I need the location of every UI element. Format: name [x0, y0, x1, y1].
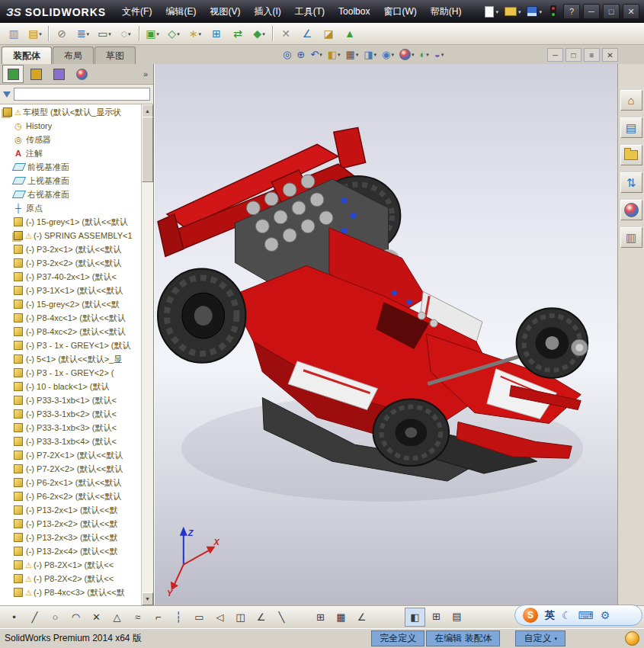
- featuremanager-tree-tab[interactable]: [2, 65, 24, 83]
- filter-input[interactable]: [14, 88, 150, 101]
- trim-button[interactable]: ✕: [87, 608, 106, 626]
- tab-assembly[interactable]: 装配体: [2, 47, 52, 65]
- file-properties-button[interactable]: ▤▾: [24, 24, 46, 43]
- pattern-button[interactable]: ▦: [332, 608, 351, 626]
- apply-scene-button[interactable]: ◐▾: [417, 47, 431, 63]
- insert-component-button[interactable]: ▣▾: [142, 24, 163, 43]
- close-button[interactable]: ✕: [623, 4, 639, 19]
- tree-item[interactable]: 上视基准面: [0, 174, 142, 188]
- view-orientation-button[interactable]: ▦▾: [343, 47, 360, 63]
- menu-edit[interactable]: 编辑(E): [159, 0, 203, 23]
- appearances-button[interactable]: [620, 200, 642, 220]
- tree-item[interactable]: 前视基准面: [0, 160, 142, 174]
- status-custom[interactable]: 自定义▾: [515, 630, 566, 646]
- attachment-button[interactable]: ⊘: [51, 24, 72, 43]
- mate-button[interactable]: ◇▾: [163, 24, 184, 43]
- section-properties-button[interactable]: ◪: [318, 24, 339, 43]
- tab-sketch[interactable]: 草图: [95, 47, 136, 65]
- fill1et-button[interactable]: ⌐: [149, 608, 168, 626]
- edit-appearance-button[interactable]: ▾: [397, 47, 417, 63]
- maximize-button[interactable]: □: [603, 4, 620, 19]
- tree-item[interactable]: (-) P3-2x<2> (默认<<默认: [0, 256, 142, 270]
- propertymanager-tab[interactable]: [25, 65, 46, 83]
- zoom-fit-button[interactable]: ◎: [280, 47, 293, 63]
- mirror-button[interactable]: ◁: [210, 608, 229, 626]
- solidworks-resources-button[interactable]: ⌂: [620, 90, 642, 111]
- status-editing[interactable]: 在编辑 装配体: [426, 630, 500, 646]
- tree-item[interactable]: (-) P13-2x<3> (默认<<默: [0, 531, 142, 544]
- tree-item[interactable]: (-) P33-3-1xb<3> (默认<: [0, 421, 142, 435]
- tree-item[interactable]: (-) P3-2x<1> (默认<<默认: [0, 242, 142, 256]
- tree-item[interactable]: (-) P13-2x<4> (默认<<默: [0, 544, 142, 558]
- point-button[interactable]: •: [5, 608, 24, 626]
- tree-item[interactable]: (-) 15-grey<1> (默认<<默认: [0, 215, 142, 229]
- tree-item[interactable]: ⚠车模型 (默认<默认_显示状: [0, 105, 142, 119]
- circle-button[interactable]: ○: [46, 608, 65, 626]
- line-button[interactable]: ╱: [25, 608, 44, 626]
- tree-item[interactable]: A注解: [0, 146, 142, 160]
- tree-item[interactable]: ⚠(-) P8-4xc<3> (默认<<默: [0, 585, 142, 599]
- tree-item[interactable]: (-) P7-2X<2> (默认<<默认: [0, 462, 142, 476]
- tree-item[interactable]: (-) P7-2X<1> (默认<<默认: [0, 448, 142, 462]
- panel-tabs-overflow[interactable]: »: [143, 69, 151, 79]
- interference-check-button[interactable]: ✕: [275, 24, 296, 43]
- menu-view[interactable]: 视图(V): [203, 0, 247, 23]
- tree-item[interactable]: (-) P13-2x<1> (默认<<默: [0, 503, 142, 517]
- tree-item[interactable]: (-) P33-3-1xb<2> (默认<: [0, 407, 142, 421]
- menu-file[interactable]: 文件(F): [115, 0, 159, 23]
- new-document-button[interactable]: ▾: [483, 5, 500, 19]
- dimension-button[interactable]: ∠: [252, 608, 271, 626]
- doc-windows-button[interactable]: ≡: [584, 48, 600, 62]
- measure-button[interactable]: ∠: [296, 24, 318, 43]
- open-button[interactable]: ▾: [503, 5, 523, 18]
- tree-item[interactable]: (-) P6-2x<1> (默认<<默认: [0, 476, 142, 489]
- design-library-button[interactable]: ▤: [620, 117, 642, 138]
- component-pattern-button[interactable]: ⊞: [206, 24, 227, 43]
- tree-item[interactable]: ⚠(-) P8-2X<1> (默认<<: [0, 558, 142, 572]
- find-button[interactable]: ◌▾: [115, 24, 136, 43]
- quick-tips-icon[interactable]: [625, 631, 639, 646]
- move-component-button[interactable]: ⇄: [227, 24, 248, 43]
- tree-item[interactable]: (-) P6-2x<2> (默认<<默认: [0, 489, 142, 503]
- filter-icon[interactable]: [3, 91, 11, 98]
- display-style-button[interactable]: ◨▾: [361, 47, 379, 63]
- save-button[interactable]: ▾: [525, 5, 543, 18]
- tree-item[interactable]: (-) 15-grey<2> (默认<<默: [0, 297, 142, 311]
- polygon-button[interactable]: △: [107, 608, 127, 626]
- smart-fastener-button[interactable]: ∗▾: [184, 24, 206, 43]
- rectangle-button[interactable]: ▭: [190, 608, 209, 626]
- angle-snap-button[interactable]: ∠: [352, 608, 371, 626]
- minimize-button[interactable]: ─: [583, 4, 600, 19]
- rebuild-button[interactable]: ▥: [3, 24, 24, 43]
- doc-close-button[interactable]: ✕: [602, 48, 618, 62]
- tree-item[interactable]: (-) P3-1X<1> (默认<<默认: [0, 284, 142, 297]
- ime-settings-icon[interactable]: ⚙: [601, 609, 610, 621]
- previous-view-button[interactable]: ↶▾: [308, 47, 324, 63]
- tree-item[interactable]: ◷History: [0, 119, 142, 133]
- status-fully-defined[interactable]: 完全定义: [371, 630, 425, 646]
- design-binder-button[interactable]: ≣▾: [72, 24, 94, 43]
- print-button[interactable]: ▭▾: [94, 24, 115, 43]
- tree-item[interactable]: (-) P8-4xc<2> (默认<<默认: [0, 325, 142, 338]
- grid-snap-button[interactable]: ⊞: [311, 608, 330, 626]
- offset-button[interactable]: ◫: [231, 608, 250, 626]
- moon-icon[interactable]: ☾: [562, 609, 572, 621]
- tree-scrollbar[interactable]: ▲ ▼: [141, 104, 153, 605]
- tree-item[interactable]: (-) P3 - 1x - GREY<2> (: [0, 366, 142, 380]
- arc-button[interactable]: ◠: [66, 608, 85, 626]
- tree-item[interactable]: ⚠(-) P8-2X<2> (默认<<: [0, 572, 142, 585]
- tree-scroll-thumb[interactable]: [142, 117, 153, 182]
- menu-toolbox[interactable]: Toolbox: [332, 0, 376, 23]
- view-settings-button[interactable]: ◒▾: [432, 47, 446, 63]
- ime-logo-icon[interactable]: S: [523, 608, 538, 623]
- keyboard-icon[interactable]: ⌨: [578, 609, 594, 621]
- tab-layout[interactable]: 布局: [53, 47, 94, 65]
- doc-minimize-button[interactable]: ─: [547, 48, 563, 62]
- viewport[interactable]: Z X Y: [154, 64, 617, 605]
- convert-entities-button[interactable]: ╲: [272, 608, 291, 626]
- table-view-button[interactable]: ⊞: [427, 608, 446, 625]
- tree-item[interactable]: ◎传感器: [0, 133, 142, 146]
- section-view-button[interactable]: ◧▾: [325, 47, 343, 63]
- exploded-view-button[interactable]: ▲: [339, 24, 360, 43]
- hide-show-items-button[interactable]: ◉▾: [380, 47, 396, 63]
